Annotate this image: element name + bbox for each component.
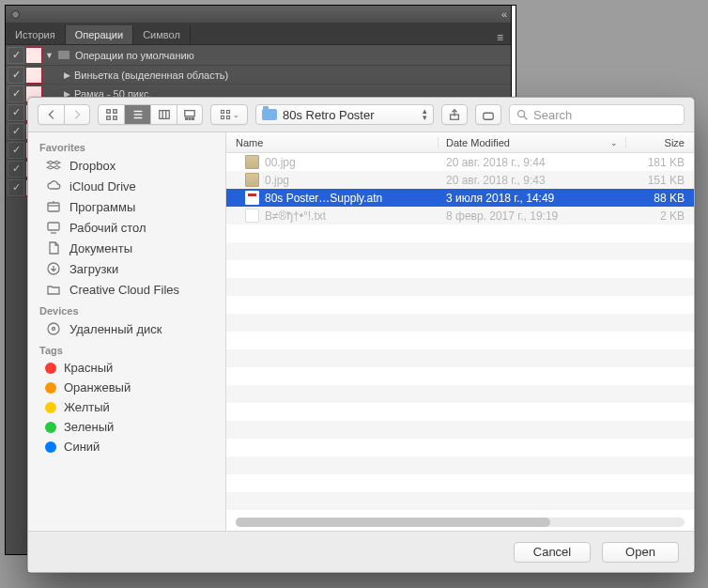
folder-icon bbox=[57, 50, 70, 60]
empty-row bbox=[226, 349, 694, 367]
svg-point-20 bbox=[518, 111, 525, 117]
sidebar-item-documents[interactable]: Документы bbox=[28, 238, 225, 258]
action-set-label: Операции по умолчанию bbox=[75, 50, 194, 61]
view-gallery-button[interactable] bbox=[177, 104, 203, 125]
sidebar-item-desktop[interactable]: Рабочий стол bbox=[28, 217, 225, 238]
toggle-check-icon[interactable]: ✓ bbox=[8, 47, 24, 64]
open-button[interactable]: Open bbox=[602, 542, 679, 563]
dialog-toolbar: ⌄ 80s Retro Poster ▴▾ Search bbox=[28, 98, 694, 132]
file-rows[interactable]: 00.jpg20 авг. 2018 г., 9:44181 KB0.jpg20… bbox=[226, 153, 694, 531]
file-list-pane: Name Date Modified ⌄ Size 00.jpg20 авг. … bbox=[226, 132, 694, 531]
svg-rect-1 bbox=[113, 110, 116, 114]
tag-dot-icon bbox=[45, 382, 56, 394]
empty-row bbox=[226, 296, 694, 314]
tab-actions[interactable]: Операции bbox=[66, 25, 133, 44]
action-label: Виньетка (выделенная область) bbox=[74, 70, 228, 81]
sidebar-item-label: Синий bbox=[64, 440, 100, 454]
sidebar: Favorites DropboxiCloud DriveПрограммыРа… bbox=[28, 132, 226, 531]
dialog-toggle-icon[interactable] bbox=[25, 67, 42, 84]
view-list-button[interactable] bbox=[124, 104, 150, 125]
horizontal-scrollbar[interactable] bbox=[236, 518, 685, 527]
empty-row bbox=[226, 474, 694, 492]
tab-history[interactable]: История bbox=[6, 25, 66, 44]
empty-row bbox=[226, 456, 694, 474]
file-size: 88 KB bbox=[626, 192, 694, 205]
path-popup[interactable]: 80s Retro Poster ▴▾ bbox=[255, 104, 434, 125]
file-row[interactable]: 0.jpg20 авг. 2018 г., 9:43151 KB bbox=[226, 171, 694, 189]
sidebar-item-downloads[interactable]: Загрузки bbox=[28, 258, 225, 279]
dialog-toggle-icon[interactable] bbox=[25, 47, 42, 64]
search-input[interactable]: Search bbox=[509, 104, 685, 125]
empty-row bbox=[226, 367, 694, 385]
svg-rect-23 bbox=[48, 223, 59, 230]
action-row[interactable]: ✓ ▶ Виньетка (выделенная область) bbox=[6, 66, 511, 85]
disclosure-triangle-icon[interactable]: ▼ bbox=[45, 51, 54, 60]
sidebar-item-ccf[interactable]: Creative Cloud Files bbox=[28, 279, 225, 300]
sidebar-tag[interactable]: Синий bbox=[28, 437, 225, 456]
file-row[interactable]: 00.jpg20 авг. 2018 г., 9:44181 KB bbox=[226, 153, 694, 171]
forward-button[interactable] bbox=[64, 104, 90, 125]
empty-row bbox=[226, 385, 694, 403]
apps-icon bbox=[45, 199, 62, 214]
view-columns-button[interactable] bbox=[150, 104, 177, 125]
sidebar-item-apps[interactable]: Программы bbox=[28, 196, 225, 217]
action-set-row[interactable]: ✓ ▼ Операции по умолчанию bbox=[6, 45, 511, 66]
sidebar-item-label: Документы bbox=[69, 241, 132, 255]
file-row[interactable]: В≠®ђ†•°!.txt8 февр. 2017 г., 19:192 KB bbox=[226, 207, 694, 224]
column-date[interactable]: Date Modified ⌄ bbox=[439, 137, 626, 148]
svg-point-26 bbox=[48, 323, 59, 334]
file-date: 20 авг. 2018 г., 9:44 bbox=[439, 156, 626, 169]
panel-collapse-icon[interactable]: « bbox=[501, 8, 507, 20]
empty-row bbox=[226, 278, 694, 296]
file-date: 20 авг. 2018 г., 9:43 bbox=[439, 174, 626, 187]
sidebar-tag[interactable]: Зеленый bbox=[28, 417, 225, 437]
file-name: 00.jpg bbox=[265, 156, 296, 169]
back-button[interactable] bbox=[38, 104, 64, 125]
svg-rect-17 bbox=[226, 116, 229, 119]
file-atn-icon bbox=[245, 191, 259, 205]
toggle-check-icon[interactable]: ✓ bbox=[8, 85, 24, 102]
sidebar-tag[interactable]: Оранжевый bbox=[28, 378, 225, 397]
search-icon bbox=[516, 108, 529, 121]
empty-row bbox=[226, 492, 694, 510]
chevron-updown-icon: ▴▾ bbox=[423, 108, 427, 121]
tag-dot-icon bbox=[45, 363, 56, 374]
sort-chevron-down-icon: ⌄ bbox=[610, 138, 618, 147]
empty-row bbox=[226, 403, 694, 421]
view-segment bbox=[98, 104, 203, 125]
empty-row bbox=[226, 224, 694, 242]
column-name[interactable]: Name bbox=[226, 137, 439, 148]
share-button[interactable] bbox=[441, 104, 468, 125]
cancel-button[interactable]: Cancel bbox=[514, 542, 591, 563]
sidebar-item-icloud[interactable]: iCloud Drive bbox=[28, 176, 225, 196]
tag-dot-icon bbox=[45, 422, 56, 433]
path-label: 80s Retro Poster bbox=[283, 108, 375, 122]
toggle-check-icon[interactable]: ✓ bbox=[8, 67, 24, 84]
sidebar-header-favorites: Favorites bbox=[28, 136, 225, 155]
file-name: В≠®ђ†•°!.txt bbox=[265, 209, 326, 223]
svg-rect-10 bbox=[185, 111, 195, 116]
file-name: 80s Poster…Supply.atn bbox=[265, 192, 382, 205]
sidebar-item-dropbox[interactable]: Dropbox bbox=[28, 155, 225, 176]
file-size: 2 KB bbox=[626, 209, 694, 223]
tags-button[interactable] bbox=[475, 104, 501, 125]
column-size[interactable]: Size bbox=[626, 137, 694, 148]
svg-rect-3 bbox=[113, 116, 116, 120]
svg-rect-16 bbox=[221, 116, 223, 119]
empty-row bbox=[226, 421, 694, 439]
sidebar-tag[interactable]: Желтый bbox=[28, 397, 225, 417]
sidebar-item-label: Рабочий стол bbox=[69, 221, 146, 235]
sidebar-item-remote[interactable]: Удаленный диск bbox=[28, 318, 225, 339]
sidebar-item-label: Загрузки bbox=[69, 262, 118, 276]
svg-rect-19 bbox=[484, 113, 494, 119]
tab-symbol[interactable]: Символ bbox=[133, 25, 191, 44]
doc-icon bbox=[45, 240, 62, 255]
file-row[interactable]: 80s Poster…Supply.atn3 июля 2018 г., 14:… bbox=[226, 189, 694, 207]
empty-row bbox=[226, 260, 694, 278]
view-icons-button[interactable] bbox=[98, 104, 124, 125]
group-button[interactable]: ⌄ bbox=[210, 104, 248, 125]
sidebar-tag[interactable]: Красный bbox=[28, 358, 225, 378]
sidebar-item-label: Зеленый bbox=[64, 420, 114, 434]
svg-rect-0 bbox=[106, 110, 110, 114]
panel-menu-icon[interactable]: ≡ bbox=[489, 31, 511, 44]
